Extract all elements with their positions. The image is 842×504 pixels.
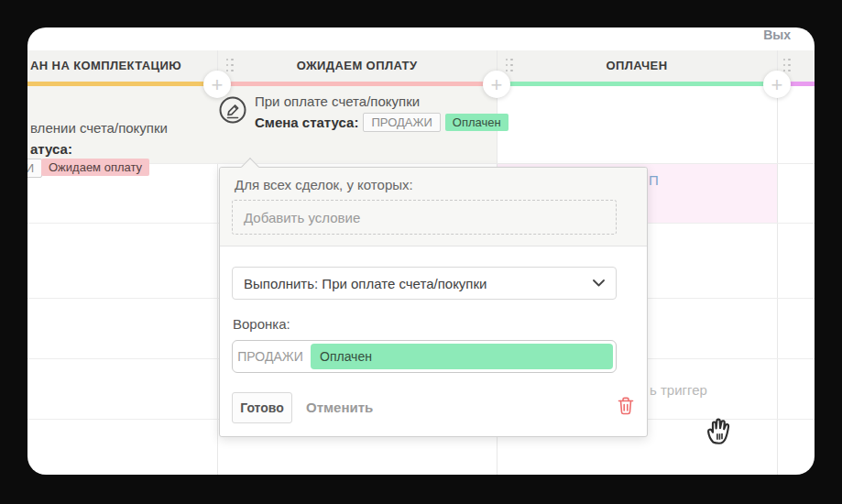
done-button[interactable]: Готово [232, 392, 292, 423]
trigger-status-row: Смена статуса: ПРОДАЖИ Оплачен [255, 113, 508, 132]
trigger-status-label: атуса: [30, 141, 72, 157]
trigger-description: влении счета/покупки [30, 120, 168, 136]
funnel-select[interactable]: ПРОДАЖИ Оплачен [232, 340, 617, 373]
pipeline-badge: ПРОДАЖИ [363, 113, 440, 132]
app-window: Вых АН НА КОМПЛЕКТАЦИЮ ОЖИДАЕМ ОПЛАТУ ОП… [27, 27, 815, 475]
pipeline-badge: И [27, 159, 42, 178]
grab-cursor-icon [702, 408, 738, 448]
pipeline-name: ПРОДАЖИ [233, 341, 308, 372]
edit-trigger-icon[interactable] [218, 95, 247, 125]
deal-text-fragment: П [649, 172, 659, 188]
drag-handle-icon[interactable] [504, 57, 514, 73]
trigger-status-label: Смена статуса: [255, 115, 358, 130]
trigger-description: При оплате счета/покупки [255, 93, 420, 109]
action-select-value: Выполнить: При оплате счета/покупки [244, 276, 487, 291]
add-column-button[interactable]: + [203, 71, 231, 98]
action-select[interactable]: Выполнить: При оплате счета/покупки [232, 267, 617, 300]
drag-handle-icon[interactable] [224, 57, 235, 73]
add-condition-button[interactable]: Добавить условие [232, 200, 617, 235]
cancel-link[interactable]: Отменить [306, 400, 373, 415]
drag-handle-icon[interactable] [782, 57, 792, 73]
add-column-button[interactable]: + [483, 71, 510, 98]
stage-selected: Оплачен [311, 344, 613, 369]
column-title-oplachen: ОПЛАЧЕН [497, 50, 777, 82]
funnel-label: Воронка: [233, 316, 290, 332]
add-column-button[interactable]: + [763, 71, 791, 98]
chevron-down-icon [593, 279, 605, 287]
trigger-settings-popup: Для всех сделок, у которых: Добавить усл… [219, 167, 648, 437]
logout-link[interactable]: Вых [763, 27, 791, 42]
conditions-label: Для всех сделок, у которых: [235, 177, 413, 192]
stage-badge: Ожидаем оплату [41, 159, 149, 176]
column-title-ozhidaem-oplatu: ОЖИДАЕМ ОПЛАТУ [217, 50, 497, 82]
column-color-bar-green [497, 82, 777, 86]
column-divider [777, 50, 778, 475]
stage-badge: Оплачен [445, 114, 508, 131]
popup-conditions-section: Для всех сделок, у которых: Добавить усл… [220, 168, 647, 247]
add-trigger-hint[interactable]: ь триггер [650, 382, 707, 398]
delete-trigger-icon[interactable] [617, 396, 635, 416]
column-title-komplektaciya: АН НА КОМПЛЕКТАЦИЮ [27, 50, 217, 82]
